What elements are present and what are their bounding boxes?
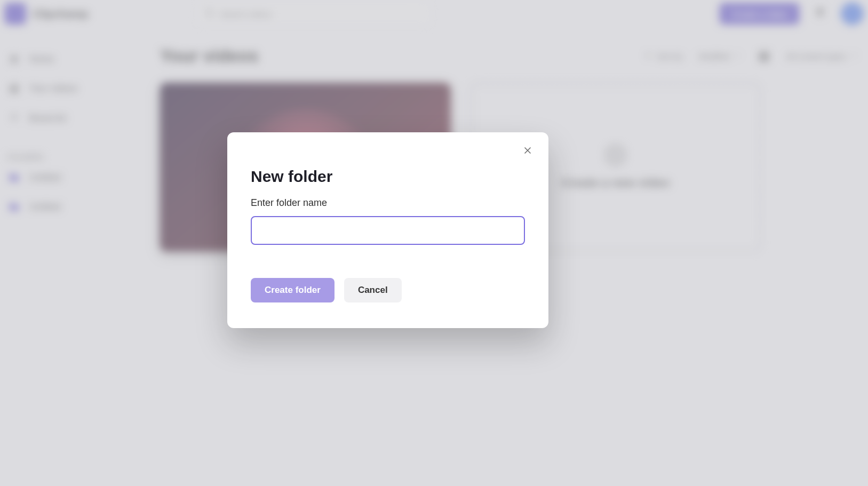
close-icon [522, 145, 533, 157]
modal-actions: Create folder Cancel [251, 278, 525, 302]
folder-name-input[interactable] [251, 216, 525, 245]
cancel-button[interactable]: Cancel [344, 278, 402, 302]
modal-input-label: Enter folder name [251, 197, 525, 209]
modal-title: New folder [251, 168, 525, 186]
create-folder-button[interactable]: Create folder [251, 278, 335, 302]
close-button[interactable] [519, 142, 537, 160]
new-folder-modal: New folder Enter folder name Create fold… [227, 132, 548, 328]
